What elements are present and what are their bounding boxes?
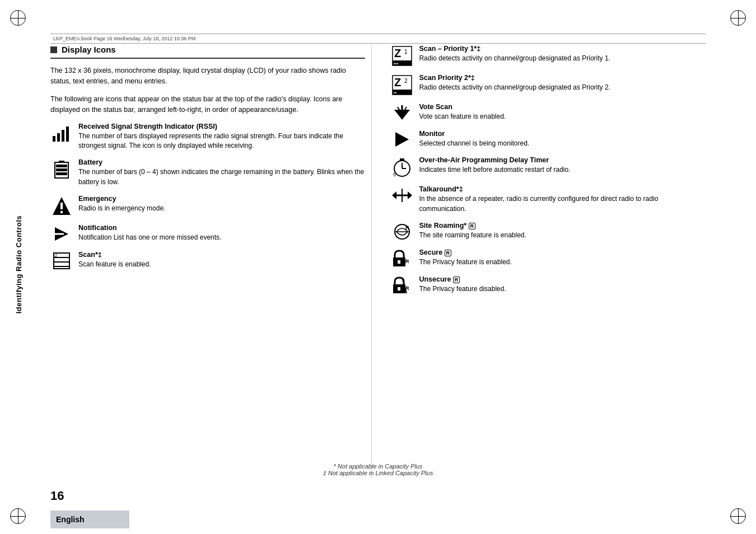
talkaround-label: Talkaround*‡ xyxy=(419,185,706,193)
icon-entry-notification: Notification Notification List has one o… xyxy=(50,224,365,243)
footnotes: * Not applicable in Capacity Plus ‡ Not … xyxy=(168,463,588,476)
header-text: LKP_EMEA.book Page 16 Wednesday, July 18… xyxy=(53,36,195,41)
svg-rect-50 xyxy=(398,287,400,291)
vote-scan-text: Vote Scan Vote scan feature is enabled. xyxy=(419,103,706,121)
site-roaming-label: Site Roaming* R xyxy=(419,222,706,229)
icon-entry-unsecure: R Unsecure R The Privacy feature disable… xyxy=(391,275,706,294)
battery-icon xyxy=(50,158,73,180)
svg-marker-41 xyxy=(392,191,396,199)
main-content: Display Icons The 132 x 36 pixels, monoc… xyxy=(50,45,706,478)
svg-rect-5 xyxy=(59,161,64,163)
svg-text:Z: Z xyxy=(394,47,401,59)
corner-mark-tl xyxy=(10,10,26,26)
scan-priority1-label: Scan – Priority 1*‡ xyxy=(419,45,706,53)
secure-icon: R xyxy=(391,249,413,268)
svg-rect-11 xyxy=(60,211,63,213)
secure-text: Secure R The Privacy feature is enabled. xyxy=(419,249,706,267)
site-roaming-desc: The site roaming feature is enabled. xyxy=(419,231,526,239)
rssi-icon xyxy=(50,123,73,144)
unsecure-label: Unsecure R xyxy=(419,275,706,283)
scan-icon: Z xyxy=(50,251,73,270)
ota-timer-desc: Indicates time left before automatic res… xyxy=(419,166,570,174)
unsecure-icon: R xyxy=(391,275,413,294)
ota-timer-text: Over-the-Air Programming Delay Timer Ind… xyxy=(419,156,706,175)
svg-rect-3 xyxy=(66,127,69,142)
column-divider xyxy=(371,45,372,478)
svg-rect-2 xyxy=(62,130,64,142)
vote-scan-label: Vote Scan xyxy=(419,103,706,111)
icon-entry-scan-priority1: Z 1 ▪▪▪ Scan – Priority 1*‡ Radio detect… xyxy=(391,45,706,66)
svg-text:▪▪: ▪▪ xyxy=(394,90,397,95)
svg-rect-7 xyxy=(56,168,67,171)
emergency-desc: Radio is in emergency mode. xyxy=(78,204,165,212)
icon-entry-site-roaming: R Site Roaming* R The site roaming featu… xyxy=(391,222,706,241)
corner-mark-bl xyxy=(10,508,26,524)
section-title: Display Icons xyxy=(62,45,116,54)
svg-text:R: R xyxy=(405,259,409,264)
svg-text:2: 2 xyxy=(404,78,408,84)
english-tab: English xyxy=(50,510,129,528)
scan-priority1-desc: Radio detects activity on channel/group … xyxy=(419,54,610,62)
emergency-text: Emergency Radio is in emergency mode. xyxy=(78,195,365,213)
notification-label: Notification xyxy=(78,224,365,232)
vote-scan-icon xyxy=(391,103,413,122)
scan-priority2-icon: Z 2 ▪▪ xyxy=(391,74,413,95)
svg-rect-0 xyxy=(53,136,55,142)
scan-priority1-icon: Z 1 ▪▪▪ xyxy=(391,45,413,66)
icon-entry-rssi: Received Signal Strength Indicator (RSSI… xyxy=(50,123,365,151)
svg-text:R: R xyxy=(405,225,409,231)
svg-rect-10 xyxy=(60,203,63,209)
monitor-desc: Selected channel is being monitored. xyxy=(419,139,529,147)
notification-icon xyxy=(50,224,73,243)
header-strip: LKP_EMEA.book Page 16 Wednesday, July 18… xyxy=(50,34,706,44)
monitor-label: Monitor xyxy=(419,130,706,138)
icon-entry-emergency: Emergency Radio is in emergency mode. xyxy=(50,195,365,216)
scan-label: Scan*‡ xyxy=(78,251,365,259)
scan-priority2-desc: Radio detects activity on channel/group … xyxy=(419,83,610,91)
monitor-icon xyxy=(391,130,413,148)
battery-text: Battery The number of bars (0 – 4) shown… xyxy=(78,158,365,187)
icon-entry-scan: Z Scan*‡ Scan feature is enabled. xyxy=(50,251,365,270)
scan-text: Scan*‡ Scan feature is enabled. xyxy=(78,251,365,269)
monitor-text: Monitor Selected channel is being monito… xyxy=(419,130,706,148)
scan-priority2-label: Scan Priority 2*‡ xyxy=(419,74,706,82)
svg-rect-37 xyxy=(400,158,404,161)
unsecure-desc: The Privacy feature disabled. xyxy=(419,285,506,293)
emergency-label: Emergency xyxy=(78,195,365,203)
battery-desc: The number of bars (0 – 4) shown indicat… xyxy=(78,168,364,185)
talkaround-desc: In the absence of a repeater, radio is c… xyxy=(419,195,658,212)
scan-priority1-text: Scan – Priority 1*‡ Radio detects activi… xyxy=(419,45,706,63)
intro-paragraph-1: The 132 x 36 pixels, monochrome display,… xyxy=(50,65,365,87)
intro-paragraph-2: The following are icons that appear on t… xyxy=(50,94,365,116)
icon-entry-talkaround: Talkaround*‡ In the absence of a repeate… xyxy=(391,185,706,214)
icon-entry-scan-priority2: Z 2 ▪▪ Scan Priority 2*‡ Radio detects a… xyxy=(391,74,706,95)
svg-rect-47 xyxy=(398,260,400,264)
rssi-text: Received Signal Strength Indicator (RSSI… xyxy=(78,123,365,151)
secure-label: Secure R xyxy=(419,249,706,256)
icon-entry-ota-timer: 5 Over-the-Air Programming Delay Timer I… xyxy=(391,156,706,177)
svg-text:R: R xyxy=(405,285,409,291)
footnote1: * Not applicable in Capacity Plus xyxy=(168,463,588,470)
emergency-icon xyxy=(50,195,73,216)
secure-desc: The Privacy feature is enabled. xyxy=(419,258,511,266)
right-column: Z 1 ▪▪▪ Scan – Priority 1*‡ Radio detect… xyxy=(391,45,706,302)
scan-desc: Scan feature is enabled. xyxy=(78,260,151,268)
section-heading: Display Icons xyxy=(50,45,365,59)
svg-text:1: 1 xyxy=(404,49,408,55)
svg-text:5: 5 xyxy=(393,172,396,177)
left-column: Display Icons The 132 x 36 pixels, monoc… xyxy=(50,45,365,278)
svg-rect-8 xyxy=(56,172,67,175)
icon-entry-secure: R Secure R The Privacy feature is enable… xyxy=(391,249,706,268)
svg-marker-40 xyxy=(408,191,412,199)
unsecure-text: Unsecure R The Privacy feature disabled. xyxy=(419,275,706,294)
notification-desc: Notification List has one or more missed… xyxy=(78,233,221,241)
rssi-label: Received Signal Strength Indicator (RSSI… xyxy=(78,123,365,130)
site-roaming-text: Site Roaming* R The site roaming feature… xyxy=(419,222,706,240)
ota-timer-label: Over-the-Air Programming Delay Timer xyxy=(419,156,706,164)
rssi-desc: The number of bars displayed represents … xyxy=(78,132,343,149)
svg-text:Z: Z xyxy=(55,254,58,257)
battery-label: Battery xyxy=(78,158,365,166)
sidebar-label: Identifying Radio Controls xyxy=(8,73,30,456)
svg-text:Z: Z xyxy=(394,76,401,88)
page-number: 16 xyxy=(50,489,64,503)
